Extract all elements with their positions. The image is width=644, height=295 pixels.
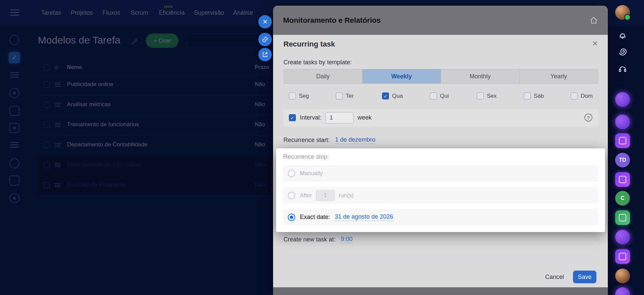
interval-input[interactable] xyxy=(325,112,353,124)
notifications-bell-icon[interactable] xyxy=(618,30,627,39)
recurrence-stop-label: Recurrence stop: xyxy=(283,153,329,160)
dialog-title: Recurring task xyxy=(283,40,335,49)
avatar-initials: TD xyxy=(619,157,626,163)
rail-app-icon[interactable] xyxy=(615,210,630,225)
tab-daily[interactable]: Daily xyxy=(284,69,362,83)
recurring-task-dialog: Recurring task × Create tasks by templat… xyxy=(273,35,608,287)
footer-divider xyxy=(283,259,598,259)
rail-app-icon[interactable] xyxy=(615,230,630,244)
save-button[interactable]: Save xyxy=(573,271,596,283)
weekday-sex[interactable]: Sex xyxy=(477,92,497,99)
option-manually[interactable]: Manually xyxy=(283,165,598,182)
create-at-time-link[interactable]: 9:00 xyxy=(341,236,352,243)
exact-date-link[interactable]: 31 de agosto de 2026 xyxy=(335,213,393,221)
checkbox-unchecked[interactable] xyxy=(571,92,578,99)
interval-row: ✓ Interval: week ? xyxy=(283,109,598,126)
rail-app-icon[interactable] xyxy=(615,133,630,148)
option-exact-date[interactable]: Exact date: 31 de agosto de 2026 xyxy=(283,209,598,225)
radio-unchecked[interactable] xyxy=(288,170,295,177)
external-link-icon xyxy=(262,51,268,58)
rail-app-icon[interactable] xyxy=(615,249,630,264)
weekday-qui[interactable]: Qui xyxy=(430,92,449,99)
tab-monthly[interactable]: Monthly xyxy=(441,69,519,83)
weekday-label: Sáb xyxy=(534,93,544,99)
rail-avatar-td[interactable]: TD xyxy=(615,153,630,167)
weekday-label: Qui xyxy=(440,93,449,99)
slider-panel: Monitoramento e Relatórios Recurring tas… xyxy=(273,6,608,295)
weekday-checkboxes: Seg Ter ✓Qua Qui Sex Sáb Dom xyxy=(283,92,598,101)
checkbox-unchecked[interactable] xyxy=(524,92,531,99)
checkbox-unchecked[interactable] xyxy=(289,92,296,99)
interval-label: Interval: xyxy=(300,114,321,121)
interval-unit: week xyxy=(358,114,372,121)
copy-link-button[interactable] xyxy=(258,33,272,46)
weekday-sab[interactable]: Sáb xyxy=(524,92,544,99)
recurrence-start-row: Recurrence start: 1 de dezembro xyxy=(283,136,375,144)
weekday-label: Qua xyxy=(392,93,403,99)
create-at-label: Create new task at: xyxy=(283,236,335,243)
checkbox-unchecked[interactable] xyxy=(430,92,437,99)
radio-unchecked[interactable] xyxy=(288,192,295,199)
dialog-close-icon[interactable]: × xyxy=(592,39,598,48)
home-icon[interactable] xyxy=(590,16,598,24)
period-tabs: Daily Weekly Monthly Yearly xyxy=(283,69,598,84)
weekday-label: Seg xyxy=(299,93,309,99)
weekday-ter[interactable]: Ter xyxy=(336,92,354,99)
weekday-dom[interactable]: Dom xyxy=(571,92,593,99)
open-new-window-button[interactable] xyxy=(258,48,272,61)
runs-count-input[interactable] xyxy=(316,190,335,201)
online-status-badge xyxy=(624,14,631,20)
option-after-label: After xyxy=(300,192,312,199)
weekday-seg[interactable]: Seg xyxy=(289,92,309,99)
recurrence-start-label: Recurrence start: xyxy=(283,137,330,144)
weekday-label: Ter xyxy=(346,93,354,99)
rail-avatar-c[interactable]: C xyxy=(615,191,630,206)
option-runs-suffix: run(s) xyxy=(339,192,353,199)
create-at-row: Create new task at: 9:00 xyxy=(283,236,352,243)
cancel-button[interactable]: Cancel xyxy=(545,274,564,281)
rail-app-icon[interactable] xyxy=(615,92,630,107)
checkbox-unchecked[interactable] xyxy=(477,92,484,99)
option-after-runs[interactable]: After run(s) xyxy=(283,187,598,204)
checkbox-checked[interactable]: ✓ xyxy=(382,92,389,99)
slider-header: Monitoramento e Relatórios xyxy=(273,6,608,35)
rail-avatar-photo[interactable] xyxy=(615,269,630,283)
rail-app-icon[interactable] xyxy=(615,115,630,129)
recurrence-stop-spotlight: Recurrence stop: Manually After run(s) E… xyxy=(276,148,605,232)
tab-yearly[interactable]: Yearly xyxy=(519,69,598,83)
tab-weekly[interactable]: Weekly xyxy=(362,69,441,83)
option-exact-date-label: Exact date: xyxy=(300,214,330,221)
recurrence-start-date-link[interactable]: 1 de dezembro xyxy=(335,136,375,144)
interval-checkbox[interactable]: ✓ xyxy=(289,114,296,121)
option-manually-label: Manually xyxy=(300,170,323,177)
help-icon[interactable]: ? xyxy=(584,114,592,122)
weekday-qua[interactable]: ✓Qua xyxy=(382,92,403,99)
rail-app-icon[interactable] xyxy=(615,172,630,187)
radio-checked[interactable] xyxy=(288,214,295,221)
link-icon xyxy=(262,36,268,43)
weekday-label: Sex xyxy=(487,93,497,99)
template-label: Create tasks by template: xyxy=(283,59,352,66)
weekday-label: Dom xyxy=(581,93,593,99)
close-slider-button[interactable]: × xyxy=(258,15,272,28)
checkbox-unchecked[interactable] xyxy=(336,92,343,99)
slider-title: Monitoramento e Relatórios xyxy=(283,16,381,25)
messenger-spiral-icon[interactable] xyxy=(618,47,627,56)
close-icon: × xyxy=(263,17,267,26)
avatar-initials: C xyxy=(621,195,625,201)
support-headset-icon[interactable] xyxy=(618,64,627,74)
profile-avatar[interactable] xyxy=(615,5,630,20)
